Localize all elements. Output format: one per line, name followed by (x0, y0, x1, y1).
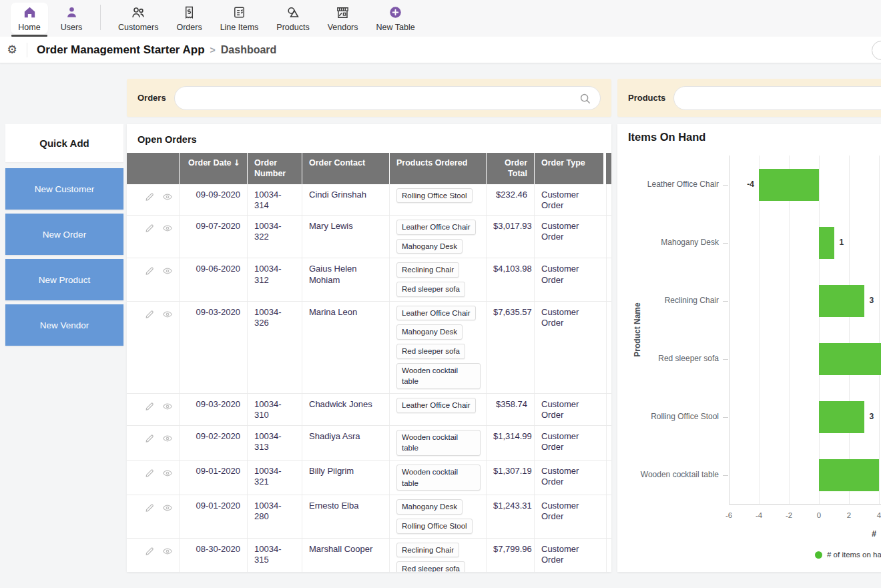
app-title[interactable]: Order Management Starter App (37, 43, 205, 57)
header-order-contact[interactable]: Order Contact (302, 153, 389, 184)
product-chip[interactable]: Rolling Office Stool (396, 519, 473, 534)
product-chip[interactable]: Leather Office Chair (396, 306, 476, 321)
cell-order-type: Customer Order (534, 495, 603, 537)
edit-pencil-icon[interactable] (144, 265, 156, 276)
settings-button[interactable]: ⚙ (0, 44, 24, 55)
product-chip[interactable]: Red sleeper sofa (396, 344, 465, 359)
product-chip[interactable]: Rolling Office Stool (396, 188, 473, 204)
product-chip[interactable]: Red sleeper sofa (396, 561, 465, 572)
category-tick (723, 185, 728, 186)
cell-order-contact: Cindi Grinshah (302, 184, 389, 216)
cell-order-number: 10034-326 (247, 302, 302, 393)
orders-icon (182, 5, 197, 20)
edit-pencil-icon[interactable] (144, 502, 156, 513)
view-eye-icon[interactable] (162, 400, 174, 412)
edit-pencil-icon[interactable] (144, 432, 156, 444)
cell-row-actions (127, 394, 179, 425)
cell-row-actions (127, 461, 179, 495)
table-row: 09-07-202010034-322Mary LewisLeather Off… (127, 216, 611, 258)
page-title: Dashboard (221, 44, 277, 56)
orders-search-input[interactable] (175, 87, 600, 109)
tab-home[interactable]: Home (11, 3, 48, 34)
cell-order-date: 09-03-2020 (179, 394, 247, 425)
tab-products[interactable]: Products (270, 3, 316, 34)
search-icon[interactable] (578, 91, 593, 109)
tab-label: Customers (118, 23, 158, 32)
product-chip[interactable]: Mahogany Desk (396, 499, 463, 515)
header-label: Order Contact (309, 158, 365, 168)
cell-order-date: 09-06-2020 (179, 258, 247, 300)
header-order-date[interactable]: Order Date↓ (179, 153, 247, 184)
category-tick (723, 243, 728, 244)
view-eye-icon[interactable] (162, 467, 174, 479)
chart-bar (759, 169, 819, 201)
header-order-number[interactable]: Order Number (247, 153, 302, 184)
open-orders-table: Order Date↓Order NumberOrder ContactProd… (127, 153, 611, 572)
cell-row-actions (127, 184, 179, 216)
cell-order-date: 08-30-2020 (179, 539, 247, 572)
edit-pencil-icon[interactable] (144, 467, 156, 479)
edit-pencil-icon[interactable] (144, 400, 156, 412)
cell-order-type: Customer Order (534, 258, 603, 300)
header-order-total[interactable]: Order Total (486, 153, 534, 184)
view-eye-icon[interactable] (162, 502, 174, 514)
category-tick (723, 301, 728, 302)
view-eye-icon[interactable] (162, 432, 174, 445)
new-product-button[interactable]: New Product (5, 259, 123, 300)
cell-order-contact: Mary Lewis (302, 216, 389, 258)
product-chip[interactable]: Reclining Chair (396, 262, 459, 278)
cell-order-total: $1,307.19 (486, 461, 534, 495)
chart-gridline (729, 156, 729, 504)
product-chip[interactable]: Wooden cocktail table (396, 363, 481, 389)
cell-row-actions (127, 495, 179, 537)
cell-order-date: 09-09-2020 (179, 184, 247, 216)
tab-vendors[interactable]: Vendors (321, 3, 365, 34)
cell-row-actions (127, 258, 179, 300)
view-eye-icon[interactable] (162, 191, 174, 203)
view-eye-icon[interactable] (162, 308, 174, 320)
cell-next-column-sliver (606, 184, 611, 216)
chart-gridline (819, 156, 820, 504)
tab-users[interactable]: Users (53, 3, 90, 34)
cell-order-contact: Ernesto Elba (302, 495, 389, 537)
header-order-type[interactable]: Order Type (534, 153, 603, 184)
product-chip[interactable]: Mahogany Desk (396, 324, 463, 340)
new-customer-button[interactable]: New Customer (5, 168, 123, 210)
new-order-button[interactable]: New Order (5, 214, 123, 255)
orders-search-label: Orders (137, 93, 166, 103)
view-eye-icon[interactable] (162, 222, 174, 234)
view-eye-icon[interactable] (162, 265, 174, 277)
cell-order-number: 10034-321 (247, 461, 302, 495)
header-label: Order Type (541, 158, 585, 168)
product-chip[interactable]: Mahogany Desk (396, 239, 463, 254)
x-tick-label: 4 (869, 511, 881, 519)
table-row: 08-30-202010034-315Marshall CooperReclin… (127, 539, 611, 572)
products-search-input[interactable] (674, 87, 881, 109)
tab-orders[interactable]: Orders (170, 3, 208, 34)
product-chip[interactable]: Red sleeper sofa (396, 282, 465, 297)
partial-circle-button[interactable] (872, 41, 881, 60)
settings-gear-icon: ⚙ (7, 44, 17, 55)
tab-new-table[interactable]: New Table (370, 3, 422, 34)
table-row: 09-06-202010034-312Gaius Helen MohiamRec… (127, 258, 611, 301)
edit-pencil-icon[interactable] (144, 222, 156, 234)
new-vendor-button[interactable]: New Vendor (5, 304, 123, 346)
tab-label: Orders (176, 23, 202, 32)
product-chip[interactable]: Wooden cocktail table (396, 430, 481, 456)
edit-pencil-icon[interactable] (144, 545, 156, 557)
product-chip[interactable]: Reclining Chair (396, 543, 459, 558)
products-search-pill (673, 86, 881, 110)
edit-pencil-icon[interactable] (144, 308, 156, 320)
table-row: 09-03-202010034-310Chadwick JonesLeather… (127, 394, 611, 426)
view-eye-icon[interactable] (162, 545, 174, 557)
bar-value-label: 3 (870, 296, 874, 305)
tab-line-items[interactable]: Line Items (214, 3, 266, 34)
product-chip[interactable]: Wooden cocktail table (396, 465, 481, 491)
header-products-ordered[interactable]: Products Ordered (389, 153, 486, 184)
edit-pencil-icon[interactable] (144, 191, 156, 202)
products-search-panel: Products (617, 79, 881, 117)
tab-customers[interactable]: Customers (111, 3, 165, 34)
product-chip[interactable]: Leather Office Chair (396, 220, 476, 235)
product-chip[interactable]: Leather Office Chair (396, 398, 476, 413)
nav-tabs: HomeUsersCustomersOrdersLine ItemsProduc… (11, 3, 426, 34)
